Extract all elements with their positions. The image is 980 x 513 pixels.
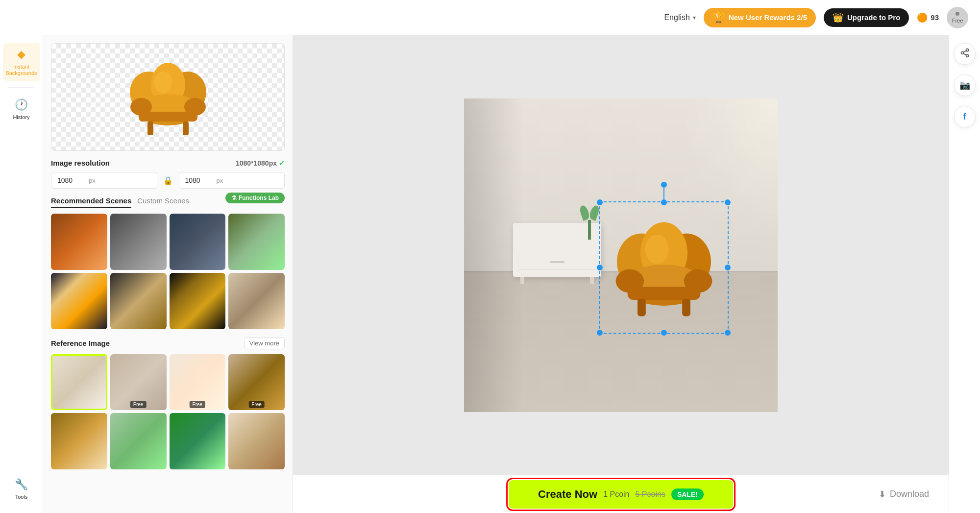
instagram-icon: 📷 — [959, 80, 970, 91]
handle-top-right[interactable] — [725, 199, 731, 205]
price-original: 5 Pcoins — [636, 490, 665, 499]
reference-image-title: Reference Image — [51, 339, 110, 347]
ref-thumb-4[interactable]: Free — [228, 354, 285, 411]
recommended-scenes-label: Recommended Scenes — [51, 196, 131, 205]
height-input-wrapper: px — [179, 172, 285, 189]
free-badge-2: Free — [130, 401, 147, 408]
resolution-value[interactable]: 1080*1080px ✓ — [236, 159, 285, 167]
sidebar-divider — [8, 87, 34, 88]
right-panel: 📷 f — [949, 35, 980, 513]
free-badge-4: Free — [248, 401, 265, 408]
handle-top-center[interactable] — [661, 199, 667, 205]
upgrade-button[interactable]: 👑 Upgrade to Pro — [824, 8, 909, 27]
handle-bottom-center[interactable] — [661, 330, 667, 336]
canvas-content — [293, 35, 949, 475]
resolution-text: 1080*1080px — [236, 159, 277, 167]
flask-icon: ⚗ — [231, 195, 237, 201]
left-panel-scroll: Image resolution 1080*1080px ✓ px 🔒 px — [43, 35, 293, 513]
height-input[interactable] — [185, 176, 215, 184]
plant-leaf-1 — [578, 204, 590, 221]
ref-thumb-5[interactable] — [51, 413, 107, 469]
coins-count: 93 — [931, 13, 939, 22]
view-more-label: View more — [249, 340, 279, 347]
trophy-icon: 🏆 — [712, 12, 725, 24]
facebook-icon: f — [963, 112, 966, 122]
create-now-button[interactable]: Create Now 1 Pcoin 5 Pcoins SALE! — [509, 480, 733, 509]
svg-point-21 — [645, 234, 668, 264]
rotation-handle[interactable] — [661, 182, 667, 188]
scene-thumb-6[interactable] — [110, 273, 167, 329]
instant-bg-icon: ◆ — [17, 48, 25, 61]
scene-thumb-3[interactable] — [170, 214, 226, 270]
width-input[interactable] — [57, 176, 87, 184]
download-icon: ⬇ — [879, 489, 886, 500]
svg-rect-19 — [637, 298, 646, 316]
coins-display: 🟠 93 — [917, 12, 939, 23]
left-panel: Image resolution 1080*1080px ✓ px 🔒 px — [43, 35, 293, 513]
ref-thumb-3[interactable]: Free — [170, 354, 226, 411]
scene-thumb-7[interactable] — [170, 273, 226, 329]
facebook-button[interactable]: f — [954, 106, 976, 127]
tab-recommended-scenes[interactable]: Recommended Scenes — [51, 196, 131, 208]
svg-rect-9 — [183, 122, 189, 135]
ref-thumb-6[interactable] — [110, 413, 167, 469]
sidebar-item-tools[interactable]: 🔧 Tools — [3, 473, 40, 505]
sale-badge: SALE! — [671, 489, 704, 500]
avatar[interactable]: Free — [947, 7, 968, 28]
rewards-button[interactable]: 🏆 New User Rewards 2/5 — [704, 8, 816, 27]
download-button[interactable]: ⬇ Download — [879, 489, 929, 500]
svg-rect-8 — [147, 122, 153, 135]
reference-image-header: Reference Image View more — [51, 337, 285, 349]
chair-container[interactable] — [599, 201, 729, 334]
share-button[interactable] — [954, 43, 976, 65]
language-chevron: ▾ — [693, 14, 696, 21]
resolution-inputs: px 🔒 px — [51, 172, 285, 189]
history-icon: 🕐 — [15, 98, 28, 111]
resolution-section: Image resolution 1080*1080px ✓ — [51, 159, 285, 167]
free-badge-3: Free — [190, 401, 206, 408]
handle-bottom-right[interactable] — [725, 330, 731, 336]
resolution-check-icon: ✓ — [279, 159, 285, 167]
resolution-label: Image resolution — [51, 159, 110, 167]
sidebar-label-history: History — [13, 114, 29, 121]
product-image-area — [51, 43, 285, 151]
handle-bottom-left[interactable] — [597, 330, 603, 336]
handle-middle-right[interactable] — [725, 265, 731, 270]
svg-rect-7 — [139, 112, 197, 122]
ref-thumb-2[interactable]: Free — [110, 354, 167, 411]
price-current: 1 Pcoin — [603, 490, 629, 499]
canvas-area: Create Now 1 Pcoin 5 Pcoins SALE! ⬇ Down… — [293, 35, 949, 513]
svg-rect-18 — [627, 287, 700, 299]
scene-thumb-5[interactable] — [51, 273, 107, 329]
scene-thumb-2[interactable] — [110, 214, 167, 270]
sidebar-item-instant-backgrounds[interactable]: ◆ InstantBackgrounds — [3, 43, 40, 81]
create-now-label: Create Now — [538, 488, 597, 501]
product-chair-svg — [119, 53, 217, 141]
scenes-header: Recommended Scenes Custom Scenes ⚗ Funct… — [51, 196, 285, 208]
tab-custom-scenes[interactable]: Custom Scenes — [137, 196, 189, 208]
instagram-button[interactable]: 📷 — [954, 74, 976, 96]
scene-grid — [51, 214, 285, 329]
lock-icon[interactable]: 🔒 — [161, 176, 175, 185]
svg-point-10 — [154, 72, 172, 93]
language-selector[interactable]: English ▾ — [664, 13, 695, 22]
cabinet-leg-right — [590, 277, 594, 284]
scene-thumb-4[interactable] — [228, 214, 285, 270]
ref-thumb-8[interactable] — [228, 413, 285, 469]
handle-middle-left[interactable] — [597, 265, 603, 270]
crown-icon: 👑 — [833, 12, 843, 23]
view-more-button[interactable]: View more — [244, 337, 285, 349]
ref-thumb-7[interactable] — [170, 413, 226, 469]
cabinet-drawer — [518, 255, 596, 269]
canvas-chair — [604, 206, 724, 329]
scene-thumb-1[interactable] — [51, 214, 107, 270]
sidebar-item-history[interactable]: 🕐 History — [3, 94, 40, 125]
svg-line-25 — [963, 53, 966, 55]
sidebar-bottom: 🔧 Tools — [3, 473, 40, 505]
scene-thumb-8[interactable] — [228, 273, 285, 329]
language-label: English — [664, 13, 689, 22]
rewards-label: New User Rewards 2/5 — [729, 13, 807, 22]
handle-top-left[interactable] — [597, 199, 603, 205]
tools-icon: 🔧 — [15, 478, 28, 491]
ref-thumb-1[interactable] — [51, 354, 107, 411]
